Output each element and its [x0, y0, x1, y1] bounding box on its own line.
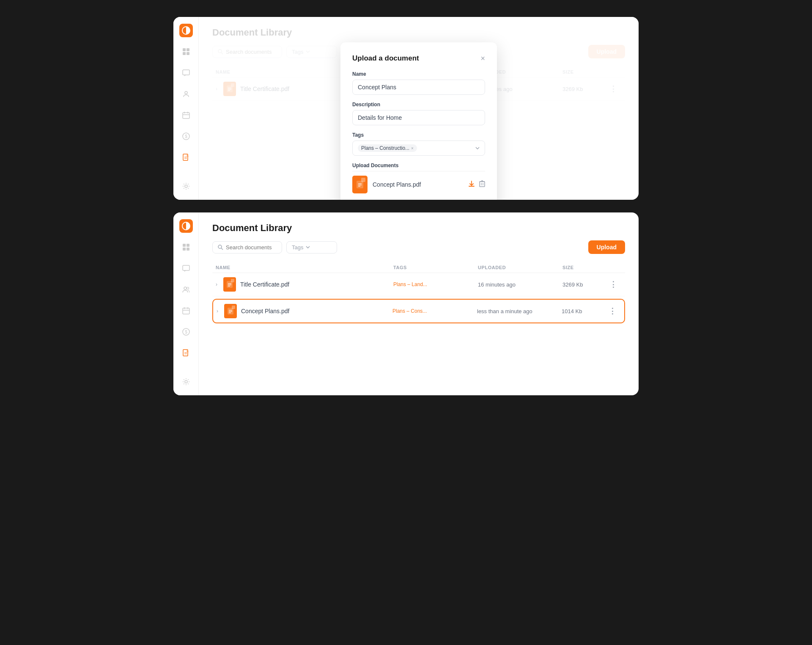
upload-button-bottom[interactable]: Upload [588, 240, 625, 254]
brand-logo-bottom[interactable] [179, 219, 193, 233]
doc-name-cell-1: › Title Certificate.pdf [216, 277, 393, 292]
svg-rect-36 [183, 248, 186, 251]
file-download-button[interactable] [468, 180, 475, 189]
name-label: Name [352, 71, 485, 77]
table-row-2[interactable]: › Concept Plans.pdf Plans – Cons... less… [212, 299, 625, 323]
tags-field-group: Tags Plans – Constructio... × [352, 132, 485, 156]
page-title-bottom: Document Library [212, 223, 625, 234]
calendar-icon[interactable] [179, 108, 193, 122]
tag-pill-construction: Plans – Constructio... × [358, 144, 417, 152]
svg-point-6 [185, 91, 187, 94]
svg-rect-3 [183, 52, 186, 55]
modal-close-button[interactable]: × [480, 55, 485, 62]
sidebar-top: $ [173, 17, 199, 200]
svg-rect-7 [183, 113, 189, 119]
settings-icon-bottom-b[interactable] [179, 375, 193, 389]
row-chevron-1: › [216, 281, 217, 287]
row-tag-2: Plans – Cons... [392, 308, 477, 314]
file-icon-large [352, 176, 368, 193]
modal-overlay: Upload a document × Name Description Tag… [199, 17, 639, 200]
sidebar-bottom: $ [173, 212, 199, 395]
svg-rect-34 [183, 244, 186, 247]
name-input[interactable] [352, 80, 485, 95]
svg-rect-57 [228, 308, 233, 314]
row-filename-2: Concept Plans.pdf [241, 308, 289, 314]
file-delete-button[interactable] [479, 180, 485, 189]
documents-icon-bottom[interactable] [179, 346, 193, 360]
tags-dropdown-bottom[interactable]: Tags [286, 241, 337, 254]
row-more-2[interactable]: ⋮ [604, 306, 621, 316]
svg-rect-1 [183, 48, 186, 51]
svg-rect-28 [480, 182, 485, 187]
tags-label-modal: Tags [352, 132, 485, 138]
row-filename-1: Title Certificate.pdf [240, 281, 289, 288]
chevron-down-icon-bottom [306, 246, 310, 248]
svg-rect-2 [187, 48, 189, 51]
svg-rect-53 [227, 281, 233, 288]
modal-header: Upload a document × [352, 54, 485, 63]
row-more-1[interactable]: ⋮ [605, 280, 622, 289]
description-field-group: Description [352, 102, 485, 125]
row-size-2: 1014 Kb [562, 308, 604, 314]
dashboard-icon-bottom[interactable] [179, 240, 193, 254]
svg-point-39 [184, 287, 187, 289]
toolbar-left-bottom: Tags [212, 241, 337, 254]
modal-title: Upload a document [352, 54, 419, 63]
table-row-1[interactable]: › Title Certificate.pdf Plans – Land... … [212, 273, 625, 296]
row-chevron-2: › [217, 308, 218, 314]
col-name-bottom: NAME [216, 265, 393, 270]
upload-modal: Upload a document × Name Description Tag… [340, 42, 497, 200]
doc-name-cell-2: › Concept Plans.pdf [217, 304, 392, 318]
team-icon-bottom[interactable] [179, 283, 193, 296]
name-field-group: Name [352, 71, 485, 95]
upload-documents-group: Upload Documents Concept Plans.pdf [352, 163, 485, 198]
messages-icon-bottom[interactable] [179, 262, 193, 275]
row-tag-1: Plans – Land... [393, 281, 478, 287]
search-input-bottom[interactable] [226, 244, 277, 251]
svg-text:$: $ [185, 134, 187, 139]
top-panel: $ Document Library Tags Upload [173, 17, 639, 200]
svg-point-40 [187, 287, 189, 289]
chevron-down-icon-modal [475, 147, 480, 149]
svg-line-52 [221, 248, 223, 250]
description-label: Description [352, 102, 485, 108]
svg-rect-37 [187, 248, 189, 251]
svg-point-51 [218, 245, 222, 248]
svg-rect-4 [187, 52, 189, 55]
dollar-icon-bottom[interactable]: $ [179, 325, 193, 339]
svg-text:$: $ [185, 330, 187, 334]
svg-point-50 [185, 380, 187, 383]
dashboard-icon[interactable] [179, 45, 193, 58]
row-uploaded-1: 16 minutes ago [478, 281, 562, 288]
brand-logo[interactable] [179, 24, 193, 37]
svg-point-16 [185, 185, 187, 187]
doc-icon-1 [223, 277, 236, 292]
file-name-text: Concept Plans.pdf [373, 181, 463, 188]
col-actions-bottom [605, 265, 622, 270]
tag-pill-text: Plans – Constructio... [361, 145, 409, 151]
search-icon-bottom [218, 245, 223, 250]
row-uploaded-2: less than a minute ago [477, 308, 562, 314]
row-size-1: 3269 Kb [562, 281, 605, 288]
upload-section-label: Upload Documents [352, 163, 485, 168]
tag-pill-remove[interactable]: × [411, 146, 414, 151]
col-tags-bottom: TAGS [393, 265, 478, 270]
description-input[interactable] [352, 110, 485, 125]
main-content-top: Document Library Tags Upload NAME TAGS U… [199, 17, 639, 200]
col-uploaded-bottom: UPLOADED [478, 265, 562, 270]
tags-select-modal[interactable]: Plans – Constructio... × [352, 141, 485, 156]
table-header-bottom: NAME TAGS UPLOADED SIZE [212, 262, 625, 273]
svg-rect-35 [187, 244, 189, 247]
messages-icon[interactable] [179, 66, 193, 80]
calendar-icon-bottom[interactable] [179, 304, 193, 317]
settings-icon-bottom[interactable] [179, 179, 193, 193]
upload-file-item: Concept Plans.pdf [352, 171, 485, 198]
svg-rect-38 [183, 265, 189, 270]
doc-icon-2 [224, 304, 237, 318]
documents-icon[interactable] [179, 151, 193, 164]
team-icon[interactable] [179, 87, 193, 101]
doc-table-bottom: NAME TAGS UPLOADED SIZE › Title Certific… [212, 262, 625, 323]
svg-rect-41 [183, 308, 189, 314]
dollar-icon[interactable]: $ [179, 130, 193, 143]
search-box-bottom[interactable] [212, 241, 282, 254]
